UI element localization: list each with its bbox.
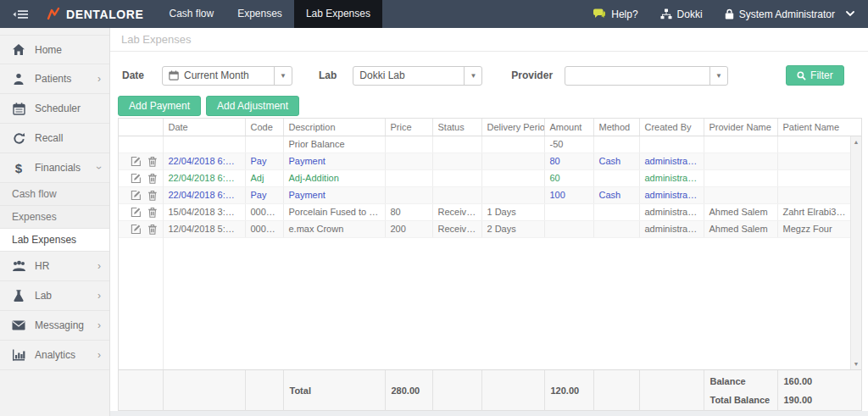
vertical-scrollbar[interactable]: ▲ ▼ <box>850 136 861 370</box>
footer-balance-label: Balance <box>710 376 771 386</box>
cell-method <box>593 203 639 220</box>
add-payment-button[interactable]: Add Payment <box>118 96 201 116</box>
date-filter-value: Current Month <box>184 69 249 81</box>
cell-provider_name: Ahmed Salem <box>704 220 777 237</box>
edit-icon[interactable] <box>131 173 142 184</box>
sidebar-item-expenses[interactable]: Expenses <box>0 206 109 229</box>
trash-icon[interactable] <box>147 224 158 235</box>
trash-icon[interactable] <box>147 156 158 167</box>
edit-icon[interactable] <box>131 156 142 167</box>
trash-icon[interactable] <box>147 190 158 201</box>
cell-delivery_period <box>481 136 544 153</box>
brand-logo[interactable]: DENTALORE <box>47 7 143 21</box>
column-header-status[interactable]: Status <box>432 119 481 136</box>
sidebar-item-patients[interactable]: Patients › <box>0 64 109 94</box>
column-header-provider-name[interactable]: Provider Name <box>704 119 777 136</box>
row-actions <box>124 170 158 186</box>
sidebar-item-scheduler[interactable]: Scheduler <box>0 94 109 124</box>
clinic-sitemap-icon <box>660 8 672 19</box>
column-header-date[interactable]: Date <box>163 119 245 136</box>
sidebar-item-cash-flow[interactable]: Cash flow <box>0 183 109 206</box>
column-header-patient-name[interactable]: Patient Name <box>777 119 861 136</box>
table-row: 22/04/2018 6:06:58PayPayment100Cashadmin… <box>119 186 852 203</box>
tab-lab-expenses[interactable]: Lab Expenses <box>294 0 382 28</box>
sidebar-item-lab[interactable]: Lab › <box>0 281 109 311</box>
cell-date: 22/04/2018 6:08:58 <box>163 169 245 186</box>
cell-patient_name <box>777 153 852 169</box>
flask-icon <box>8 290 29 302</box>
help-menu[interactable]: Help? <box>593 8 637 20</box>
table-row: Prior Balance-50 <box>119 136 852 153</box>
tab-expenses[interactable]: Expenses <box>225 0 294 28</box>
column-header-method[interactable]: Method <box>593 119 639 136</box>
cell-delivery_period <box>481 153 544 169</box>
grid-rows: Prior Balance-5022/04/2018 6:09:30PayPay… <box>119 136 852 238</box>
sidebar-item-recall[interactable]: Recall <box>0 124 109 153</box>
lab-filter-select[interactable]: Dokki Lab ▼ <box>353 66 482 86</box>
grid-header: Date Code Description Price Status Deliv… <box>119 119 861 136</box>
lock-icon <box>725 8 734 19</box>
scroll-down-icon[interactable]: ▼ <box>854 361 860 367</box>
chevron-down-icon: › <box>94 166 104 169</box>
edit-icon[interactable] <box>131 207 142 218</box>
cell-method: Cash <box>593 186 639 203</box>
user-menu[interactable]: System Administrator <box>725 8 854 20</box>
user-label: System Administrator <box>739 8 835 20</box>
provider-filter-select[interactable]: ▼ <box>565 66 728 86</box>
cell-status <box>432 169 481 186</box>
cell-price: 80 <box>385 203 432 220</box>
column-header-created-by[interactable]: Created By <box>639 119 704 136</box>
column-header-actions[interactable] <box>119 119 163 136</box>
cell-description: Payment <box>283 153 385 169</box>
trash-icon[interactable] <box>147 207 158 218</box>
cell-amount <box>544 203 593 220</box>
sidebar-item-messaging[interactable]: Messaging › <box>0 311 109 341</box>
date-filter-select[interactable]: Current Month ▼ <box>162 66 292 86</box>
cell-status: Received <box>432 203 481 220</box>
sidebar-item-financials[interactable]: $ Financials › <box>0 153 109 183</box>
tab-cash-flow[interactable]: Cash flow <box>157 0 225 28</box>
column-header-code[interactable]: Code <box>245 119 283 136</box>
cell-provider_name <box>704 136 777 153</box>
row-actions <box>124 136 158 153</box>
row-actions <box>124 153 158 169</box>
sidebar-item-lab-expenses[interactable]: Lab Expenses <box>0 229 109 252</box>
clinic-menu[interactable]: Dokki <box>660 8 703 20</box>
scroll-up-icon[interactable]: ▲ <box>854 139 860 145</box>
column-header-amount[interactable]: Amount <box>544 119 593 136</box>
column-header-price[interactable]: Price <box>385 119 432 136</box>
calendar-icon <box>169 70 179 80</box>
hamburger-icon <box>13 8 30 20</box>
trash-icon[interactable] <box>147 173 158 184</box>
column-header-description[interactable]: Description <box>283 119 385 136</box>
sidebar-item-home[interactable]: Home <box>0 35 109 64</box>
cell-method <box>593 220 639 237</box>
chevron-right-icon: › <box>97 350 101 360</box>
cell-delivery_period: 2 Days <box>481 220 544 237</box>
table-row: 12/04/2018 5:30:00000073e.max Crown200Re… <box>119 220 852 237</box>
sidebar-item-label: Analytics <box>35 349 75 361</box>
footer-total-price: 280.00 <box>385 370 432 411</box>
dropdown-arrow-icon[interactable]: ▼ <box>709 67 727 85</box>
sidebar-item-label: Scheduler <box>35 103 81 114</box>
filter-button[interactable]: Filter <box>786 65 844 86</box>
dropdown-arrow-icon[interactable]: ▼ <box>274 67 292 85</box>
cell-provider_name <box>704 186 777 203</box>
sidebar-toggle-button[interactable] <box>13 8 30 20</box>
edit-icon[interactable] <box>131 190 142 201</box>
cell-date: 22/04/2018 6:09:30 <box>163 153 245 169</box>
sidebar-item-hr[interactable]: HR › <box>0 252 109 281</box>
dropdown-arrow-icon[interactable]: ▼ <box>464 67 481 85</box>
cell-created_by: administrator <box>639 153 704 169</box>
column-header-delivery-period[interactable]: Delivery Period <box>481 119 544 136</box>
sidebar-item-label: Expenses <box>12 211 57 223</box>
lab-expenses-grid: Date Code Description Price Status Deliv… <box>118 118 862 411</box>
clinic-label: Dokki <box>677 8 703 20</box>
chevron-right-icon: › <box>97 320 101 330</box>
row-actions <box>124 221 158 237</box>
sidebar-item-analytics[interactable]: Analytics › <box>0 341 109 370</box>
add-adjustment-button[interactable]: Add Adjustment <box>206 96 299 116</box>
edit-icon[interactable] <box>131 224 142 235</box>
cell-patient_name <box>777 169 852 186</box>
cell-code <box>245 136 283 153</box>
